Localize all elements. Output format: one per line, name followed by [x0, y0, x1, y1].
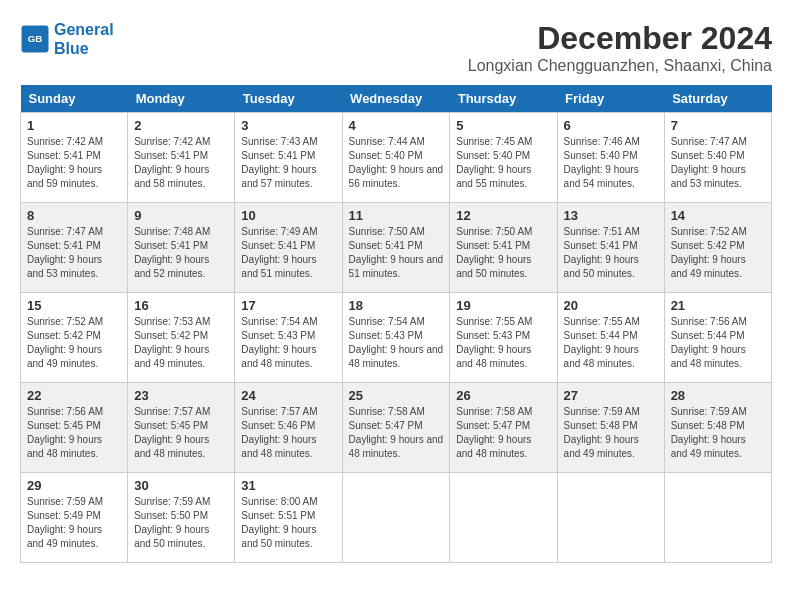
day-info: Sunrise: 7:46 AMSunset: 5:40 PMDaylight:…: [564, 135, 658, 191]
calendar-cell: 31Sunrise: 8:00 AMSunset: 5:51 PMDayligh…: [235, 473, 342, 563]
day-number: 20: [564, 298, 658, 313]
header-monday: Monday: [128, 85, 235, 113]
calendar-cell: 1Sunrise: 7:42 AMSunset: 5:41 PMDaylight…: [21, 113, 128, 203]
day-number: 9: [134, 208, 228, 223]
calendar-cell: 22Sunrise: 7:56 AMSunset: 5:45 PMDayligh…: [21, 383, 128, 473]
day-number: 13: [564, 208, 658, 223]
calendar-cell: [342, 473, 450, 563]
day-info: Sunrise: 7:48 AMSunset: 5:41 PMDaylight:…: [134, 225, 228, 281]
day-info: Sunrise: 7:59 AMSunset: 5:48 PMDaylight:…: [671, 405, 765, 461]
day-info: Sunrise: 7:53 AMSunset: 5:42 PMDaylight:…: [134, 315, 228, 371]
day-info: Sunrise: 7:59 AMSunset: 5:48 PMDaylight:…: [564, 405, 658, 461]
day-info: Sunrise: 7:43 AMSunset: 5:41 PMDaylight:…: [241, 135, 335, 191]
header-wednesday: Wednesday: [342, 85, 450, 113]
day-info: Sunrise: 7:45 AMSunset: 5:40 PMDaylight:…: [456, 135, 550, 191]
day-info: Sunrise: 7:54 AMSunset: 5:43 PMDaylight:…: [349, 315, 444, 371]
day-number: 5: [456, 118, 550, 133]
day-info: Sunrise: 7:51 AMSunset: 5:41 PMDaylight:…: [564, 225, 658, 281]
day-number: 7: [671, 118, 765, 133]
calendar: SundayMondayTuesdayWednesdayThursdayFrid…: [20, 85, 772, 563]
calendar-cell: 24Sunrise: 7:57 AMSunset: 5:46 PMDayligh…: [235, 383, 342, 473]
logo-text: General Blue: [54, 20, 114, 58]
calendar-cell: 28Sunrise: 7:59 AMSunset: 5:48 PMDayligh…: [664, 383, 771, 473]
calendar-cell: 30Sunrise: 7:59 AMSunset: 5:50 PMDayligh…: [128, 473, 235, 563]
header-thursday: Thursday: [450, 85, 557, 113]
day-number: 1: [27, 118, 121, 133]
calendar-cell: 7Sunrise: 7:47 AMSunset: 5:40 PMDaylight…: [664, 113, 771, 203]
day-info: Sunrise: 7:52 AMSunset: 5:42 PMDaylight:…: [27, 315, 121, 371]
day-info: Sunrise: 7:55 AMSunset: 5:44 PMDaylight:…: [564, 315, 658, 371]
day-number: 18: [349, 298, 444, 313]
calendar-cell: 15Sunrise: 7:52 AMSunset: 5:42 PMDayligh…: [21, 293, 128, 383]
day-info: Sunrise: 7:56 AMSunset: 5:45 PMDaylight:…: [27, 405, 121, 461]
day-info: Sunrise: 7:58 AMSunset: 5:47 PMDaylight:…: [456, 405, 550, 461]
title-area: December 2024 Longxian Chengguanzhen, Sh…: [468, 20, 772, 75]
day-number: 19: [456, 298, 550, 313]
calendar-header-row: SundayMondayTuesdayWednesdayThursdayFrid…: [21, 85, 772, 113]
day-info: Sunrise: 7:47 AMSunset: 5:41 PMDaylight:…: [27, 225, 121, 281]
calendar-cell: 27Sunrise: 7:59 AMSunset: 5:48 PMDayligh…: [557, 383, 664, 473]
day-number: 11: [349, 208, 444, 223]
calendar-cell: 11Sunrise: 7:50 AMSunset: 5:41 PMDayligh…: [342, 203, 450, 293]
calendar-cell: 29Sunrise: 7:59 AMSunset: 5:49 PMDayligh…: [21, 473, 128, 563]
main-title: December 2024: [468, 20, 772, 57]
day-number: 12: [456, 208, 550, 223]
calendar-cell: 12Sunrise: 7:50 AMSunset: 5:41 PMDayligh…: [450, 203, 557, 293]
subtitle: Longxian Chengguanzhen, Shaanxi, China: [468, 57, 772, 75]
day-number: 8: [27, 208, 121, 223]
header-sunday: Sunday: [21, 85, 128, 113]
day-number: 24: [241, 388, 335, 403]
day-number: 15: [27, 298, 121, 313]
day-number: 10: [241, 208, 335, 223]
day-number: 3: [241, 118, 335, 133]
calendar-cell: [664, 473, 771, 563]
header-tuesday: Tuesday: [235, 85, 342, 113]
day-info: Sunrise: 7:49 AMSunset: 5:41 PMDaylight:…: [241, 225, 335, 281]
week-row-2: 8Sunrise: 7:47 AMSunset: 5:41 PMDaylight…: [21, 203, 772, 293]
day-number: 29: [27, 478, 121, 493]
day-info: Sunrise: 7:44 AMSunset: 5:40 PMDaylight:…: [349, 135, 444, 191]
calendar-cell: 4Sunrise: 7:44 AMSunset: 5:40 PMDaylight…: [342, 113, 450, 203]
day-info: Sunrise: 7:57 AMSunset: 5:46 PMDaylight:…: [241, 405, 335, 461]
calendar-cell: 2Sunrise: 7:42 AMSunset: 5:41 PMDaylight…: [128, 113, 235, 203]
week-row-3: 15Sunrise: 7:52 AMSunset: 5:42 PMDayligh…: [21, 293, 772, 383]
calendar-cell: 23Sunrise: 7:57 AMSunset: 5:45 PMDayligh…: [128, 383, 235, 473]
calendar-cell: 17Sunrise: 7:54 AMSunset: 5:43 PMDayligh…: [235, 293, 342, 383]
calendar-cell: 3Sunrise: 7:43 AMSunset: 5:41 PMDaylight…: [235, 113, 342, 203]
calendar-cell: 25Sunrise: 7:58 AMSunset: 5:47 PMDayligh…: [342, 383, 450, 473]
day-info: Sunrise: 7:57 AMSunset: 5:45 PMDaylight:…: [134, 405, 228, 461]
calendar-cell: 5Sunrise: 7:45 AMSunset: 5:40 PMDaylight…: [450, 113, 557, 203]
day-number: 28: [671, 388, 765, 403]
day-number: 31: [241, 478, 335, 493]
day-info: Sunrise: 7:50 AMSunset: 5:41 PMDaylight:…: [349, 225, 444, 281]
calendar-cell: [450, 473, 557, 563]
day-number: 22: [27, 388, 121, 403]
day-number: 17: [241, 298, 335, 313]
calendar-cell: [557, 473, 664, 563]
day-info: Sunrise: 7:55 AMSunset: 5:43 PMDaylight:…: [456, 315, 550, 371]
calendar-cell: 21Sunrise: 7:56 AMSunset: 5:44 PMDayligh…: [664, 293, 771, 383]
day-info: Sunrise: 8:00 AMSunset: 5:51 PMDaylight:…: [241, 495, 335, 551]
logo: GB General Blue: [20, 20, 114, 58]
day-number: 2: [134, 118, 228, 133]
day-info: Sunrise: 7:58 AMSunset: 5:47 PMDaylight:…: [349, 405, 444, 461]
calendar-cell: 13Sunrise: 7:51 AMSunset: 5:41 PMDayligh…: [557, 203, 664, 293]
day-number: 6: [564, 118, 658, 133]
day-number: 25: [349, 388, 444, 403]
day-info: Sunrise: 7:42 AMSunset: 5:41 PMDaylight:…: [27, 135, 121, 191]
day-number: 21: [671, 298, 765, 313]
calendar-cell: 6Sunrise: 7:46 AMSunset: 5:40 PMDaylight…: [557, 113, 664, 203]
calendar-cell: 10Sunrise: 7:49 AMSunset: 5:41 PMDayligh…: [235, 203, 342, 293]
calendar-cell: 20Sunrise: 7:55 AMSunset: 5:44 PMDayligh…: [557, 293, 664, 383]
day-number: 4: [349, 118, 444, 133]
header-friday: Friday: [557, 85, 664, 113]
calendar-cell: 9Sunrise: 7:48 AMSunset: 5:41 PMDaylight…: [128, 203, 235, 293]
day-info: Sunrise: 7:59 AMSunset: 5:49 PMDaylight:…: [27, 495, 121, 551]
day-info: Sunrise: 7:50 AMSunset: 5:41 PMDaylight:…: [456, 225, 550, 281]
day-info: Sunrise: 7:54 AMSunset: 5:43 PMDaylight:…: [241, 315, 335, 371]
logo-icon: GB: [20, 24, 50, 54]
calendar-cell: 18Sunrise: 7:54 AMSunset: 5:43 PMDayligh…: [342, 293, 450, 383]
week-row-5: 29Sunrise: 7:59 AMSunset: 5:49 PMDayligh…: [21, 473, 772, 563]
day-number: 30: [134, 478, 228, 493]
week-row-4: 22Sunrise: 7:56 AMSunset: 5:45 PMDayligh…: [21, 383, 772, 473]
